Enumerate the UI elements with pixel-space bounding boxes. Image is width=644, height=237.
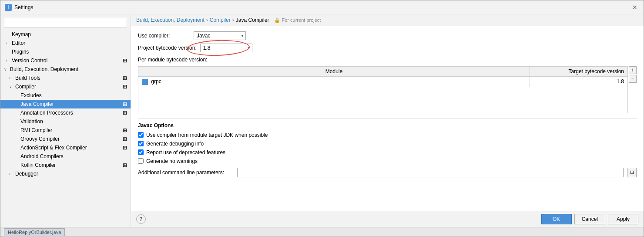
checkbox-generate-debug-label: Generate debugging info — [146, 141, 204, 147]
sidebar-item-plugins[interactable]: Plugins — [0, 47, 131, 56]
sidebar-item-compiler[interactable]: ∨ Compiler ⊞ — [0, 82, 131, 91]
target-cell: 1.8 — [530, 77, 628, 87]
lock-icon: 🔒 — [274, 17, 280, 23]
sidebar-item-build-tools[interactable]: › Build Tools ⊞ — [0, 74, 131, 82]
settings-icon: ⊞ — [123, 101, 127, 107]
per-module-label: Per-module bytecode version: — [138, 57, 207, 63]
sidebar-item-java-compiler[interactable]: Java Compiler ⊞ — [0, 100, 131, 108]
chevron-icon: › — [6, 41, 10, 45]
sidebar-label-build-tools: Build Tools — [15, 75, 40, 81]
checkbox-report-deprecated-input[interactable] — [138, 149, 144, 155]
cmd-params-row: Additional command line parameters: ⊡ — [138, 168, 637, 177]
compiler-select-wrapper: Javac — [194, 31, 246, 40]
remove-module-button[interactable]: − — [629, 75, 637, 83]
chevron-icon: › — [9, 76, 13, 80]
empty-cell — [138, 87, 628, 113]
title-bar: i Settings ✕ — [0, 0, 644, 14]
sidebar-item-build-execution[interactable]: ∨ Build, Execution, Deployment — [0, 65, 131, 74]
app-icon: i — [5, 4, 12, 11]
sidebar-label-plugins: Plugins — [12, 49, 29, 55]
ok-button[interactable]: OK — [541, 214, 572, 224]
col-module: Module — [138, 67, 530, 77]
bytecode-label: Project bytecode version: — [138, 45, 197, 51]
dialog-title: Settings — [14, 4, 33, 10]
sidebar-label-build-execution: Build, Execution, Deployment — [10, 66, 78, 72]
table-action-buttons: + − — [629, 66, 637, 83]
sidebar-item-editor[interactable]: › Editor — [0, 39, 131, 47]
close-button[interactable]: ✕ — [631, 3, 639, 12]
sidebar-label-java-compiler: Java Compiler — [20, 101, 54, 107]
sidebar-label-keymap: Keymap — [12, 31, 31, 37]
module-table: Module Target bytecode version grpc 1.8 — [138, 66, 628, 113]
settings-icon: ⊞ — [123, 145, 127, 151]
sidebar-item-groovy-compiler[interactable]: Groovy Compiler ⊞ — [0, 135, 131, 143]
breadcrumb-sep2: › — [232, 17, 234, 23]
bytecode-select[interactable]: 1.8 — [200, 44, 252, 52]
apply-button[interactable]: Apply — [608, 214, 638, 224]
sidebar: Keymap › Editor Plugins › Version Contro… — [0, 14, 131, 227]
checkbox-report-deprecated: Report use of deprecated features — [138, 149, 637, 156]
right-panel: Build, Execution, Deployment › Compiler … — [131, 14, 644, 227]
checkbox-generate-debug-input[interactable] — [138, 141, 144, 146]
sidebar-label-version-control: Version Control — [12, 58, 47, 64]
breadcrumb-tag: 🔒 For current project — [274, 17, 321, 23]
breadcrumb-compiler[interactable]: Compiler — [210, 17, 231, 23]
search-input[interactable] — [4, 18, 127, 27]
per-module-row: Per-module bytecode version: — [138, 57, 637, 63]
sidebar-label-annotation-processors: Annotation Processors — [20, 110, 73, 116]
checkbox-use-compiler-input[interactable] — [138, 132, 144, 138]
sidebar-label-kotlin-compiler: Kotlin Compiler — [20, 162, 56, 168]
taskbar-bottom: HelloReplyOrBuilder.java — [0, 227, 644, 237]
settings-dialog: i Settings ✕ Keymap › Editor Plugins — [0, 0, 644, 237]
sidebar-item-actionscript[interactable]: ActionScript & Flex Compiler ⊞ — [0, 143, 131, 152]
breadcrumb-sep1: › — [206, 17, 208, 23]
col-target: Target bytecode version — [530, 67, 628, 77]
use-compiler-label: Use compiler: — [138, 33, 190, 39]
title-bar-left: i Settings — [5, 4, 33, 11]
sidebar-item-rmi-compiler[interactable]: RMI Compiler ⊞ — [0, 126, 131, 135]
checkbox-use-compiler: Use compiler from module target JDK when… — [138, 132, 637, 138]
sidebar-label-android-compilers: Android Compilers — [20, 153, 64, 159]
settings-icon: ⊞ — [123, 58, 127, 64]
help-button[interactable]: ? — [136, 214, 146, 224]
content-area: Use compiler: Javac Project bytecode ver… — [131, 26, 644, 211]
sidebar-item-version-control[interactable]: › Version Control ⊞ — [0, 56, 131, 65]
sidebar-item-debugger[interactable]: › Debugger — [0, 169, 131, 178]
bytecode-row: Project bytecode version: 1.8 — [138, 44, 637, 52]
settings-icon: ⊞ — [123, 75, 127, 81]
cmd-params-label: Additional command line parameters: — [138, 169, 234, 176]
sidebar-item-kotlin-compiler[interactable]: Kotlin Compiler ⊞ — [0, 161, 131, 169]
module-table-wrapper: Module Target bytecode version grpc 1.8 — [138, 66, 637, 113]
checkbox-no-warnings-input[interactable] — [138, 158, 144, 164]
sidebar-item-keymap[interactable]: Keymap — [0, 30, 131, 39]
table-row: grpc 1.8 — [138, 77, 628, 87]
footer-buttons: OK Cancel Apply — [541, 214, 638, 224]
sidebar-label-validation: Validation — [20, 118, 43, 125]
module-cell: grpc — [138, 77, 530, 87]
cancel-button[interactable]: Cancel — [574, 214, 605, 224]
sidebar-item-android-compilers[interactable]: Android Compilers — [0, 152, 131, 161]
cmd-params-input[interactable] — [237, 168, 624, 177]
divider — [138, 118, 637, 119]
breadcrumb: Build, Execution, Deployment › Compiler … — [131, 14, 644, 26]
sidebar-label-debugger: Debugger — [15, 171, 38, 177]
add-module-button[interactable]: + — [629, 66, 637, 74]
javac-options-title: Javac Options — [138, 122, 637, 129]
chevron-icon: › — [6, 58, 10, 63]
sidebar-label-groovy-compiler: Groovy Compiler — [20, 136, 60, 142]
chevron-icon: › — [9, 172, 13, 176]
cmd-params-browse-button[interactable]: ⊡ — [627, 168, 637, 177]
sidebar-item-validation[interactable]: Validation — [0, 117, 131, 126]
settings-icon: ⊞ — [123, 136, 127, 142]
sidebar-item-excludes[interactable]: Excludes — [0, 91, 131, 100]
sidebar-item-annotation-processors[interactable]: Annotation Processors ⊞ — [0, 108, 131, 117]
checkbox-no-warnings-label: Generate no warnings — [146, 158, 198, 164]
sidebar-label-actionscript: ActionScript & Flex Compiler — [20, 145, 87, 151]
module-icon — [142, 79, 148, 85]
use-compiler-row: Use compiler: Javac — [138, 31, 637, 40]
taskbar-file[interactable]: HelloReplyOrBuilder.java — [4, 228, 65, 236]
chevron-down-icon: ∨ — [4, 67, 8, 71]
compiler-select[interactable]: Javac — [194, 31, 246, 40]
settings-icon: ⊞ — [123, 162, 127, 168]
breadcrumb-build[interactable]: Build, Execution, Deployment — [136, 17, 205, 23]
